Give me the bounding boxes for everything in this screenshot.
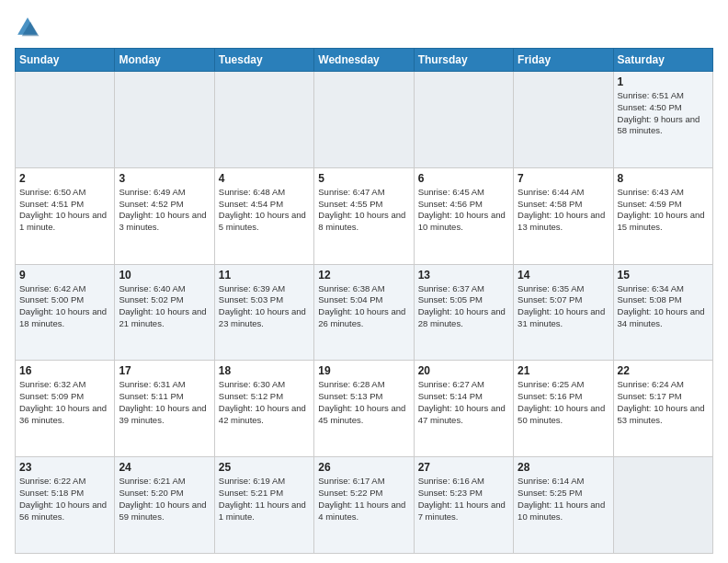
day-number: 13 [418,269,509,282]
day-info: Sunrise: 6:44 AM Sunset: 4:58 PM Dayligh… [518,187,609,234]
day-number: 22 [618,364,709,377]
day-info: Sunrise: 6:28 AM Sunset: 5:13 PM Dayligh… [318,379,409,426]
calendar-cell: 22Sunrise: 6:24 AM Sunset: 5:17 PM Dayli… [613,361,712,457]
day-info: Sunrise: 6:19 AM Sunset: 5:21 PM Dayligh… [219,476,310,523]
day-number: 4 [219,172,310,185]
calendar-table: SundayMondayTuesdayWednesdayThursdayFrid… [15,48,713,554]
calendar-week-3: 16Sunrise: 6:32 AM Sunset: 5:09 PM Dayli… [16,361,713,457]
day-info: Sunrise: 6:38 AM Sunset: 5:04 PM Dayligh… [318,283,409,330]
day-number: 2 [19,172,110,185]
day-info: Sunrise: 6:17 AM Sunset: 5:22 PM Dayligh… [318,476,409,523]
calendar-cell: 15Sunrise: 6:34 AM Sunset: 5:08 PM Dayli… [613,264,712,361]
calendar-cell: 12Sunrise: 6:38 AM Sunset: 5:04 PM Dayli… [314,264,414,361]
day-number: 17 [119,364,210,377]
day-info: Sunrise: 6:43 AM Sunset: 4:59 PM Dayligh… [618,187,709,234]
calendar-week-2: 9Sunrise: 6:42 AM Sunset: 5:00 PM Daylig… [16,264,713,361]
day-number: 3 [119,172,210,185]
weekday-header-sunday: Sunday [16,49,115,72]
calendar-cell: 18Sunrise: 6:30 AM Sunset: 5:12 PM Dayli… [214,361,313,457]
calendar-cell: 7Sunrise: 6:44 AM Sunset: 4:58 PM Daylig… [514,167,613,264]
day-number: 20 [418,364,509,377]
weekday-header-monday: Monday [115,49,214,72]
day-number: 10 [119,269,210,282]
calendar-cell: 23Sunrise: 6:22 AM Sunset: 5:18 PM Dayli… [16,457,115,554]
day-number: 25 [219,461,310,474]
day-number: 1 [618,75,709,88]
calendar-cell: 20Sunrise: 6:27 AM Sunset: 5:14 PM Dayli… [414,361,513,457]
day-number: 6 [418,172,509,185]
weekday-header-row: SundayMondayTuesdayWednesdayThursdayFrid… [16,49,713,72]
calendar-cell: 14Sunrise: 6:35 AM Sunset: 5:07 PM Dayli… [514,264,613,361]
day-info: Sunrise: 6:24 AM Sunset: 5:17 PM Dayligh… [618,379,709,426]
day-number: 18 [219,364,310,377]
day-number: 7 [518,172,609,185]
day-number: 27 [418,461,509,474]
day-number: 8 [618,172,709,185]
logo-icon [15,15,40,40]
day-number: 21 [518,364,609,377]
day-info: Sunrise: 6:25 AM Sunset: 5:16 PM Dayligh… [518,379,609,426]
day-number: 12 [318,269,409,282]
calendar-cell: 28Sunrise: 6:14 AM Sunset: 5:25 PM Dayli… [514,457,613,554]
calendar-cell [613,457,712,554]
day-number: 26 [318,461,409,474]
calendar-cell: 9Sunrise: 6:42 AM Sunset: 5:00 PM Daylig… [16,264,115,361]
day-number: 24 [119,461,210,474]
calendar-cell [414,72,513,168]
calendar-cell: 27Sunrise: 6:16 AM Sunset: 5:23 PM Dayli… [414,457,513,554]
header [15,15,713,40]
calendar-cell: 2Sunrise: 6:50 AM Sunset: 4:51 PM Daylig… [16,167,115,264]
day-info: Sunrise: 6:47 AM Sunset: 4:55 PM Dayligh… [318,187,409,234]
day-number: 16 [19,364,110,377]
day-info: Sunrise: 6:31 AM Sunset: 5:11 PM Dayligh… [119,379,210,426]
day-number: 9 [19,269,110,282]
weekday-header-saturday: Saturday [613,49,712,72]
calendar-cell: 6Sunrise: 6:45 AM Sunset: 4:56 PM Daylig… [414,167,513,264]
calendar-week-0: 1Sunrise: 6:51 AM Sunset: 4:50 PM Daylig… [16,72,713,168]
calendar-cell: 19Sunrise: 6:28 AM Sunset: 5:13 PM Dayli… [314,361,414,457]
calendar-cell: 8Sunrise: 6:43 AM Sunset: 4:59 PM Daylig… [613,167,712,264]
day-info: Sunrise: 6:45 AM Sunset: 4:56 PM Dayligh… [418,187,509,234]
day-number: 15 [618,269,709,282]
calendar-cell: 16Sunrise: 6:32 AM Sunset: 5:09 PM Dayli… [16,361,115,457]
calendar-cell [115,72,214,168]
day-info: Sunrise: 6:37 AM Sunset: 5:05 PM Dayligh… [418,283,509,330]
weekday-header-tuesday: Tuesday [214,49,313,72]
day-info: Sunrise: 6:35 AM Sunset: 5:07 PM Dayligh… [518,283,609,330]
day-info: Sunrise: 6:21 AM Sunset: 5:20 PM Dayligh… [119,476,210,523]
calendar-cell: 3Sunrise: 6:49 AM Sunset: 4:52 PM Daylig… [115,167,214,264]
calendar-cell: 13Sunrise: 6:37 AM Sunset: 5:05 PM Dayli… [414,264,513,361]
weekday-header-friday: Friday [514,49,613,72]
calendar-cell: 24Sunrise: 6:21 AM Sunset: 5:20 PM Dayli… [115,457,214,554]
calendar-week-1: 2Sunrise: 6:50 AM Sunset: 4:51 PM Daylig… [16,167,713,264]
weekday-header-wednesday: Wednesday [314,49,414,72]
weekday-header-thursday: Thursday [414,49,513,72]
day-info: Sunrise: 6:22 AM Sunset: 5:18 PM Dayligh… [19,476,110,523]
calendar-cell [16,72,115,168]
calendar-cell: 5Sunrise: 6:47 AM Sunset: 4:55 PM Daylig… [314,167,414,264]
day-info: Sunrise: 6:42 AM Sunset: 5:00 PM Dayligh… [19,283,110,330]
calendar-cell [514,72,613,168]
calendar-cell: 26Sunrise: 6:17 AM Sunset: 5:22 PM Dayli… [314,457,414,554]
calendar-cell: 4Sunrise: 6:48 AM Sunset: 4:54 PM Daylig… [214,167,313,264]
day-info: Sunrise: 6:50 AM Sunset: 4:51 PM Dayligh… [19,187,110,234]
calendar-cell: 21Sunrise: 6:25 AM Sunset: 5:16 PM Dayli… [514,361,613,457]
day-number: 19 [318,364,409,377]
page: SundayMondayTuesdayWednesdayThursdayFrid… [0,0,728,563]
day-info: Sunrise: 6:34 AM Sunset: 5:08 PM Dayligh… [618,283,709,330]
day-number: 11 [219,269,310,282]
calendar-cell: 25Sunrise: 6:19 AM Sunset: 5:21 PM Dayli… [214,457,313,554]
day-info: Sunrise: 6:40 AM Sunset: 5:02 PM Dayligh… [119,283,210,330]
day-info: Sunrise: 6:14 AM Sunset: 5:25 PM Dayligh… [518,476,609,523]
day-info: Sunrise: 6:30 AM Sunset: 5:12 PM Dayligh… [219,379,310,426]
calendar-week-4: 23Sunrise: 6:22 AM Sunset: 5:18 PM Dayli… [16,457,713,554]
calendar-cell: 17Sunrise: 6:31 AM Sunset: 5:11 PM Dayli… [115,361,214,457]
day-number: 28 [518,461,609,474]
day-number: 14 [518,269,609,282]
logo [15,15,44,40]
day-info: Sunrise: 6:27 AM Sunset: 5:14 PM Dayligh… [418,379,509,426]
day-number: 23 [19,461,110,474]
day-info: Sunrise: 6:32 AM Sunset: 5:09 PM Dayligh… [19,379,110,426]
day-info: Sunrise: 6:16 AM Sunset: 5:23 PM Dayligh… [418,476,509,523]
day-info: Sunrise: 6:48 AM Sunset: 4:54 PM Dayligh… [219,187,310,234]
